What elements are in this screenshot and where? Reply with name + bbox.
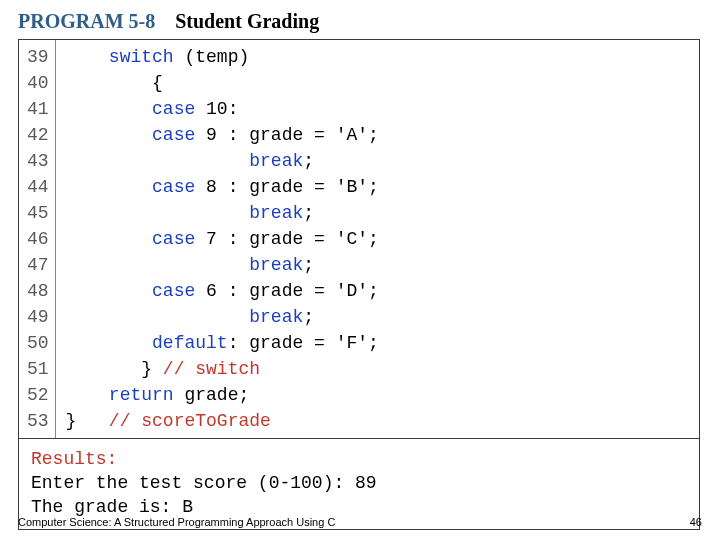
code-line: return grade; [66,382,379,408]
code-line: break; [66,200,379,226]
line-number: 52 [27,382,49,408]
results-line: Enter the test score (0-100): 89 [31,471,687,495]
program-label: PROGRAM 5-8 [18,10,155,32]
code-line: default: grade = 'F'; [66,330,379,356]
line-number-gutter: 394041424344454647484950515253 [19,40,56,438]
source-code: switch (temp) { case 10: case 9 : grade … [56,40,385,438]
line-number: 47 [27,252,49,278]
code-line: switch (temp) [66,44,379,70]
line-number: 43 [27,148,49,174]
code-line: } // switch [66,356,379,382]
line-number: 41 [27,96,49,122]
code-line: break; [66,304,379,330]
page-number: 46 [690,516,702,528]
code-line: case 9 : grade = 'A'; [66,122,379,148]
line-number: 44 [27,174,49,200]
code-line: { [66,70,379,96]
line-number: 50 [27,330,49,356]
code-line: case 6 : grade = 'D'; [66,278,379,304]
code-line: break; [66,148,379,174]
slide-title: PROGRAM 5-8 Student Grading [18,10,702,33]
line-number: 49 [27,304,49,330]
code-line: case 10: [66,96,379,122]
line-number: 45 [27,200,49,226]
code-line: case 7 : grade = 'C'; [66,226,379,252]
results-label: Results: [31,447,687,471]
code-area: 394041424344454647484950515253 switch (t… [19,40,699,438]
code-listing-box: 394041424344454647484950515253 switch (t… [18,39,700,530]
line-number: 40 [27,70,49,96]
slide: PROGRAM 5-8 Student Grading 394041424344… [0,0,720,540]
code-line: break; [66,252,379,278]
slide-footer: Computer Science: A Structured Programmi… [18,516,702,528]
code-line: } // scoreToGrade [66,408,379,434]
line-number: 51 [27,356,49,382]
program-title: Student Grading [175,10,319,32]
line-number: 46 [27,226,49,252]
code-line: case 8 : grade = 'B'; [66,174,379,200]
footer-text: Computer Science: A Structured Programmi… [18,516,335,528]
line-number: 42 [27,122,49,148]
line-number: 53 [27,408,49,434]
line-number: 48 [27,278,49,304]
line-number: 39 [27,44,49,70]
